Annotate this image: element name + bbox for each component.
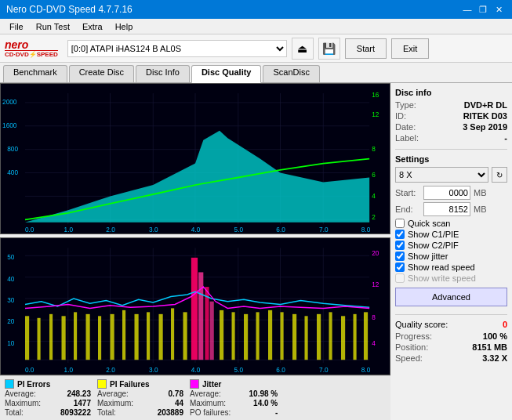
show-write-speed-label: Show write speed	[408, 273, 476, 283]
pi-failures-group: PI Failures Average: 0.78 Maximum: 44 To…	[97, 379, 183, 417]
svg-rect-72	[292, 314, 296, 360]
nero-logo: nero CD·DVD⚡SPEED	[5, 39, 58, 58]
svg-rect-51	[62, 317, 66, 360]
end-label: End:	[395, 205, 420, 214]
disc-id-value: RITEK D03	[463, 111, 507, 121]
svg-text:6: 6	[372, 171, 376, 179]
tab-disc-quality[interactable]: Disc Quality	[191, 65, 262, 83]
svg-text:5.0: 5.0	[234, 225, 244, 234]
show-jitter-checkbox[interactable]	[395, 252, 405, 261]
svg-text:1.0: 1.0	[64, 225, 74, 234]
svg-rect-74	[317, 314, 321, 360]
pi-errors-total-value: 8093222	[44, 408, 91, 417]
pi-failures-max-value: 44	[136, 399, 183, 407]
svg-text:12: 12	[372, 110, 379, 118]
jitter-avg-label: Average:	[190, 389, 221, 398]
svg-rect-78	[364, 313, 368, 360]
show-c2-row: Show C2/PIF	[395, 241, 507, 250]
svg-rect-77	[354, 314, 357, 360]
svg-text:6.0: 6.0	[276, 366, 285, 375]
disc-date-value: 3 Sep 2019	[463, 122, 507, 132]
minimize-button[interactable]: —	[460, 2, 474, 16]
svg-rect-55	[111, 314, 114, 360]
show-read-speed-row: Show read speed	[395, 262, 507, 272]
show-jitter-row: Show jitter	[395, 252, 507, 261]
jitter-avg-row: Average: 10.98 %	[190, 389, 278, 398]
svg-text:2000: 2000	[2, 98, 16, 107]
pi-failures-max-row: Maximum: 44	[97, 399, 183, 407]
svg-rect-54	[98, 317, 101, 360]
svg-text:2.0: 2.0	[106, 366, 114, 375]
start-label: Start:	[395, 188, 420, 197]
menu-help[interactable]: Help	[109, 20, 140, 32]
pi-failures-avg-label: Average:	[97, 389, 129, 398]
disc-type-row: Type: DVD+R DL	[395, 100, 507, 110]
restore-button[interactable]: ❐	[476, 2, 490, 16]
svg-text:7.0: 7.0	[319, 366, 328, 375]
svg-rect-62	[191, 258, 198, 360]
start-mb-input[interactable]	[423, 186, 470, 200]
tabs-bar: Benchmark Create Disc Disc Info Disc Qua…	[0, 63, 512, 83]
svg-text:3.0: 3.0	[149, 366, 158, 375]
disc-date-label: Date:	[395, 122, 416, 132]
speed-label: Speed:	[395, 353, 423, 363]
show-write-speed-checkbox	[395, 273, 405, 283]
menu-file[interactable]: File	[3, 20, 30, 32]
show-c1-label: Show C1/PIE	[408, 230, 459, 239]
show-c1-checkbox[interactable]	[395, 230, 405, 239]
refresh-button[interactable]: ↻	[492, 167, 507, 183]
top-chart: 2000 1600 800 400 16 12 8 6 4 2 0.0 1.0 …	[0, 83, 390, 234]
quick-scan-checkbox[interactable]	[395, 219, 405, 228]
advanced-button[interactable]: Advanced	[395, 288, 507, 306]
exit-button[interactable]: Exit	[391, 38, 429, 59]
start-mb-row: Start: MB	[395, 186, 507, 200]
progress-row: Progress: 100 %	[395, 331, 507, 341]
svg-rect-68	[244, 314, 248, 360]
svg-text:4.0: 4.0	[191, 225, 201, 234]
tab-create-disc[interactable]: Create Disc	[69, 65, 134, 82]
jitter-po-row: PO failures: -	[190, 408, 278, 417]
nero-logo-subtext: CD·DVD⚡SPEED	[5, 50, 58, 58]
position-row: Position: 8151 MB	[395, 342, 507, 352]
svg-text:4: 4	[372, 339, 376, 347]
pi-failures-header: PI Failures	[97, 379, 183, 389]
svg-text:5.0: 5.0	[234, 366, 243, 375]
svg-rect-76	[341, 317, 345, 360]
svg-rect-49	[38, 318, 41, 360]
tab-disc-info[interactable]: Disc Info	[136, 65, 190, 82]
show-read-speed-checkbox[interactable]	[395, 262, 405, 272]
speed-select[interactable]: 8 X	[395, 167, 488, 183]
svg-text:0.0: 0.0	[25, 225, 34, 234]
end-mb-input[interactable]	[423, 202, 470, 216]
quick-scan-row: Quick scan	[395, 219, 507, 228]
drive-selector[interactable]: [0:0] ATAPI iHAS124 B AL0S	[67, 40, 287, 57]
svg-rect-56	[122, 310, 125, 360]
pi-errors-max-value: 1477	[44, 399, 91, 407]
progress-label: Progress:	[395, 331, 432, 341]
pi-failures-avg-row: Average: 0.78	[97, 389, 183, 398]
menu-run-test[interactable]: Run Test	[30, 20, 76, 32]
position-value: 8151 MB	[472, 342, 507, 352]
svg-rect-71	[281, 313, 284, 360]
close-button[interactable]: ✕	[492, 2, 506, 16]
svg-text:800: 800	[7, 144, 18, 153]
svg-rect-60	[171, 309, 174, 360]
save-button[interactable]: 💾	[318, 38, 340, 60]
svg-rect-75	[329, 313, 332, 360]
disc-date-row: Date: 3 Sep 2019	[395, 122, 507, 132]
show-c1-row: Show C1/PIE	[395, 230, 507, 239]
disc-type-value: DVD+R DL	[464, 100, 507, 110]
tab-scandisc[interactable]: ScanDisc	[263, 65, 319, 82]
jitter-max-row: Maximum: 14.0 %	[190, 399, 278, 407]
svg-rect-61	[183, 313, 187, 360]
svg-text:4: 4	[372, 191, 376, 200]
svg-rect-63	[198, 273, 203, 360]
disc-label-row: Label: -	[395, 133, 507, 143]
tab-benchmark[interactable]: Benchmark	[3, 65, 67, 82]
start-button[interactable]: Start	[345, 38, 387, 59]
show-c2-checkbox[interactable]	[395, 241, 405, 250]
svg-text:6.0: 6.0	[276, 225, 285, 234]
svg-rect-67	[232, 313, 235, 360]
menu-extra[interactable]: Extra	[76, 20, 109, 32]
eject-button[interactable]: ⏏	[292, 38, 314, 60]
